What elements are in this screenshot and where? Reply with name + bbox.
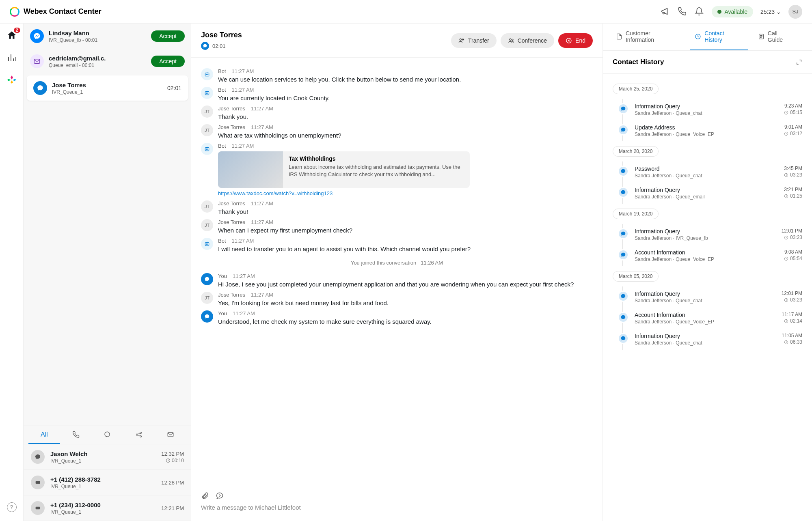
recent-tab-social[interactable] — [123, 426, 155, 444]
chevron-down-icon: ⌄ — [776, 9, 781, 15]
recent-tab-all[interactable]: All — [28, 426, 60, 444]
recent-tab-email[interactable] — [155, 426, 186, 444]
svg-point-12 — [37, 508, 37, 508]
message-time: 11:27 AM — [232, 87, 254, 93]
message-time: 11:27 AM — [251, 124, 273, 130]
history-sub: Sandra Jefferson · Queue_chat — [635, 298, 776, 304]
message-time: 11:27 AM — [233, 273, 255, 279]
contact-history-list[interactable]: March 25, 2020 Information Query Sandra … — [603, 74, 812, 521]
accept-button[interactable]: Accept — [151, 56, 185, 67]
agent-avatar[interactable]: SJ — [788, 5, 802, 19]
agent-status-selector[interactable]: Available — [712, 6, 754, 17]
recent-tab-chat[interactable] — [92, 426, 123, 444]
transfer-button[interactable]: Transfer — [451, 33, 497, 48]
history-time: 11:17 AM — [782, 312, 802, 317]
recent-queue: IVR_Queue_1 — [50, 509, 155, 515]
task-name: cedriclam@gmail.c. — [49, 55, 146, 62]
recent-tab-phone[interactable] — [60, 426, 92, 444]
message-text: When can I expect my first unemployment … — [218, 227, 593, 234]
recent-item[interactable]: +1 (412) 288-3782 IVR_Queue_1 12:28 PM — [24, 470, 191, 495]
contact-name: Jose Torres — [201, 31, 451, 39]
message-row: JTJose Torres11:27 AMWhen can I expect m… — [201, 219, 593, 234]
svg-point-27 — [207, 149, 208, 150]
quick-reply-icon[interactable] — [216, 492, 224, 500]
svg-point-26 — [206, 149, 207, 150]
history-duration: 05:15 — [784, 110, 802, 115]
history-item[interactable]: Account Information Sandra Jefferson · Q… — [618, 245, 802, 266]
history-time: 9:08 AM — [784, 249, 802, 255]
end-button[interactable]: End — [558, 33, 593, 48]
history-sub: Sandra Jefferson · Queue_chat — [635, 110, 778, 116]
svg-point-16 — [510, 39, 511, 40]
history-item[interactable]: Update Address Sandra Jefferson · Queue_… — [618, 120, 802, 141]
history-item[interactable]: Information Query Sandra Jefferson · IVR… — [618, 224, 802, 245]
tab-call-guide[interactable]: Call Guide — [753, 24, 799, 50]
bell-icon[interactable] — [695, 7, 704, 17]
message-row: Bot11:27 AMYou are currently located in … — [201, 87, 593, 101]
recent-time: 12:32 PM — [161, 451, 184, 457]
card-title: Tax Withholdings — [289, 155, 464, 162]
message-row: You11:27 AMUnderstood, let me check my s… — [201, 310, 593, 325]
recent-name: Jason Welch — [50, 450, 155, 457]
rail-help[interactable]: ? — [7, 502, 17, 512]
history-item[interactable]: Account Information Sandra Jefferson · Q… — [618, 308, 802, 329]
message-text: Thank you. — [218, 113, 593, 120]
message-time: 11:27 AM — [232, 143, 254, 149]
expand-icon[interactable] — [796, 59, 802, 65]
message-time: 11:27 AM — [251, 200, 273, 207]
chat-history-icon — [618, 228, 629, 239]
card-link[interactable]: https://www.taxdoc.com/watch?v=withholdi… — [218, 190, 593, 196]
email-icon — [30, 54, 44, 68]
rail-home[interactable]: 2 — [6, 30, 17, 41]
history-time: 11:05 AM — [782, 333, 802, 338]
rich-card[interactable]: Tax Withholdings Learn about income tax … — [218, 151, 470, 188]
contact-avatar: JT — [201, 200, 213, 213]
chat-history-icon — [618, 249, 629, 260]
svg-point-21 — [207, 74, 208, 75]
message-row: Bot11:27 AMI will need to transfer you t… — [201, 238, 593, 252]
recent-item[interactable]: Jason Welch IVR_Queue_1 12:32 PM 00:10 — [24, 444, 191, 470]
topbar-controls: Available 25:23 ⌄ SJ — [661, 5, 803, 19]
history-item[interactable]: Information Query Sandra Jefferson · Que… — [618, 183, 802, 204]
message-list[interactable]: Bot11:27 AMWe can use location services … — [191, 58, 603, 486]
history-time: 12:01 PM — [782, 228, 802, 234]
right-panel-title: Contact History — [613, 58, 664, 66]
message-sender: Jose Torres — [218, 219, 245, 225]
recent-item[interactable]: +1 (234) 312-0000 IVR_Queue_1 12:21 PM — [24, 495, 191, 521]
webex-logo-icon — [10, 7, 19, 17]
task-item-active[interactable]: Jose Torres IVR_Queue_1 02:01 — [27, 75, 188, 101]
tab-contact-history[interactable]: Contact History — [690, 24, 748, 50]
message-sender: You — [218, 273, 227, 279]
status-label: Available — [725, 9, 748, 15]
message-row: Bot11:27 AMWe can use location services … — [201, 68, 593, 83]
history-date-header: March 19, 2020 — [613, 209, 659, 219]
history-item[interactable]: Information Query Sandra Jefferson · Que… — [618, 286, 802, 308]
task-item-pending[interactable]: Lindsay Mann IVR_Queue_fb - 00:01 Accept — [24, 24, 191, 49]
chat-history-icon — [618, 333, 629, 344]
composer — [191, 486, 603, 521]
history-item[interactable]: Information Query Sandra Jefferson · Que… — [618, 99, 802, 120]
conference-button[interactable]: Conference — [501, 33, 554, 48]
chat-history-icon — [618, 312, 629, 323]
rail-analytics[interactable] — [7, 53, 17, 62]
history-item[interactable]: Password Sandra Jefferson · Queue_chat 3… — [618, 161, 802, 183]
history-item[interactable]: Information Query Sandra Jefferson · Que… — [618, 329, 802, 350]
history-sub: Sandra Jefferson · Queue_email — [635, 194, 778, 200]
phone-icon[interactable] — [678, 7, 687, 17]
rail-apps[interactable] — [7, 75, 17, 84]
message-input[interactable] — [201, 504, 593, 511]
announcement-icon[interactable] — [661, 7, 670, 17]
svg-point-29 — [206, 244, 207, 245]
history-time: 3:45 PM — [784, 166, 802, 171]
message-text: Hi Jose, I see you just completed your u… — [218, 281, 593, 288]
message-time: 11:27 AM — [251, 219, 273, 225]
task-item-pending[interactable]: cedriclam@gmail.c. Queue_email - 00:01 A… — [24, 49, 191, 74]
card-image — [218, 151, 283, 188]
tab-customer-info[interactable]: Customer Information — [611, 24, 685, 50]
task-name: Jose Torres — [52, 82, 162, 88]
history-time: 3:21 PM — [784, 187, 802, 192]
accept-button[interactable]: Accept — [151, 30, 185, 42]
recent-time: 12:28 PM — [161, 480, 184, 486]
attach-icon[interactable] — [201, 492, 209, 500]
session-timer[interactable]: 25:23 ⌄ — [760, 9, 781, 15]
